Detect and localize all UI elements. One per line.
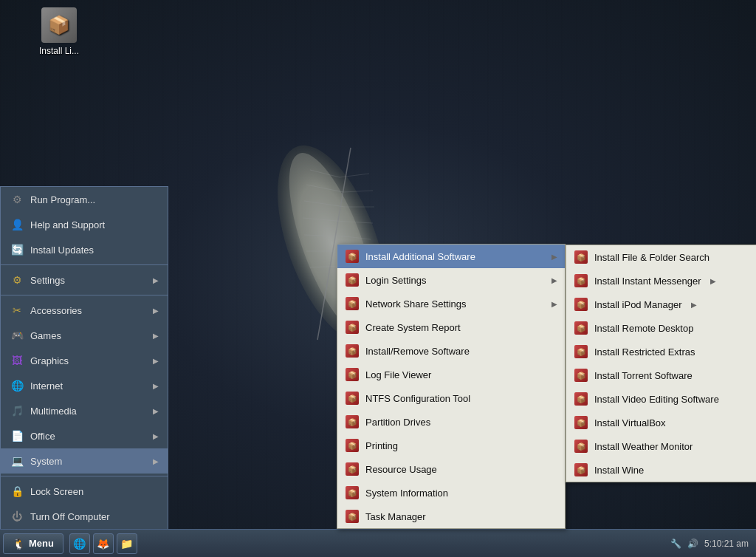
resource-icon: 📦: [345, 462, 360, 476]
power-icon: ⏻: [10, 509, 24, 524]
system-submenu: 📦 Install Additional Software ▶ 📦 Instal…: [337, 244, 566, 529]
multimedia-arrow: ▶: [153, 407, 159, 415]
submenu-log-viewer-label: Log File Viewer: [365, 369, 557, 380]
menu-item-multimedia[interactable]: 🎵 Multimedia ▶: [1, 398, 168, 423]
ntfs-icon: 📦: [345, 391, 360, 406]
games-arrow: ▶: [153, 332, 159, 340]
submenu-network-share[interactable]: 📦 Network Share Settings ▶: [337, 292, 565, 315]
network-share-icon: 📦: [345, 296, 360, 311]
start-menu: ⚙ Run Program... 👤 Help and Support 🔄 In…: [0, 186, 168, 529]
menu-item-run-label: Run Program...: [30, 194, 159, 205]
printing-icon: 📦: [345, 438, 360, 453]
submenu2-wine-label: Install Wine: [594, 465, 644, 476]
submenu2-weather-monitor-label: Install Weather Monitor: [594, 441, 693, 452]
wine-icon: 📦: [574, 462, 588, 477]
multimedia-icon: 🎵: [10, 403, 24, 418]
menu-item-games-label: Games: [30, 330, 147, 341]
submenu2-virtualbox[interactable]: 📦 Install VirtualBox: [566, 411, 756, 434]
submenu2-file-search[interactable]: 📦 Install File & Folder Search: [566, 245, 756, 269]
graphics-icon: 🖼: [10, 353, 24, 368]
install-remove-icon: 📦: [345, 344, 360, 358]
submenu-taskmanager[interactable]: 📦 Task Manager: [337, 505, 565, 528]
accessories-icon: ✂: [10, 303, 24, 318]
submenu2-video-editing-label: Install Video Editing Software: [594, 394, 719, 405]
submenu2-remote-desktop-label: Install Remote Desktop: [594, 323, 693, 334]
menu-item-games[interactable]: 🎮 Games ▶: [1, 323, 168, 348]
submenu-partition[interactable]: 📦 Partition Drives: [337, 410, 565, 434]
menu-item-updates[interactable]: 🔄 Install Updates: [1, 237, 168, 262]
start-button-label: Menu: [29, 538, 54, 549]
menu-item-internet-label: Internet: [30, 380, 147, 392]
sysinfo-icon: 📦: [345, 485, 360, 500]
accessories-arrow: ▶: [153, 307, 159, 315]
desktop: 📦 Install Li... ⚙ Run Program... 👤 Help …: [0, 0, 756, 557]
taskbar-icon-files[interactable]: 📁: [117, 533, 137, 554]
submenu2-torrent[interactable]: 📦 Install Torrent Software: [566, 363, 756, 387]
submenu-login-settings[interactable]: 📦 Login Settings ▶: [337, 268, 565, 292]
menu-item-system[interactable]: 💻 System ▶: [1, 448, 168, 474]
create-report-icon: 📦: [345, 320, 360, 335]
install-additional-arrow: ▶: [551, 253, 557, 261]
help-icon: 👤: [10, 217, 24, 232]
submenu2-file-search-label: Install File & Folder Search: [594, 252, 709, 263]
taskbar-right: 🔧 🔊 5:10:21 am: [670, 539, 756, 549]
desktop-icon-label: Install Li...: [39, 46, 79, 56]
install-additional-icon: 📦: [345, 249, 360, 264]
menu-item-office[interactable]: 📄 Office ▶: [1, 423, 168, 448]
menu-item-internet[interactable]: 🌐 Internet ▶: [1, 373, 168, 398]
submenu-printing-label: Printing: [365, 440, 557, 451]
submenu-install-remove[interactable]: 📦 Install/Remove Software: [337, 339, 565, 363]
system-icon: 💻: [10, 454, 24, 468]
submenu-sysinfo[interactable]: 📦 System Information: [337, 481, 565, 505]
submenu-network-share-label: Network Share Settings: [365, 298, 546, 310]
submenu-log-viewer[interactable]: 📦 Log File Viewer: [337, 363, 565, 386]
submenu-create-report[interactable]: 📦 Create System Report: [337, 315, 565, 339]
restricted-extras-icon: 📦: [574, 344, 588, 359]
taskbar-icon-browser[interactable]: 🦊: [93, 533, 114, 554]
submenu-ntfs[interactable]: 📦 NTFS Configuration Tool: [337, 386, 565, 410]
weather-monitor-icon: 📦: [574, 439, 588, 454]
instant-messenger-icon: 📦: [574, 273, 588, 288]
menu-item-run[interactable]: ⚙ Run Program...: [1, 187, 168, 212]
menu-item-settings[interactable]: ⚙ Settings ▶: [1, 267, 168, 293]
submenu-resource[interactable]: 📦 Resource Usage: [337, 457, 565, 481]
virtualbox-icon: 📦: [574, 415, 588, 430]
network-share-arrow: ▶: [551, 300, 557, 308]
menu-item-turnoff-label: Turn Off Computer: [30, 511, 159, 522]
games-icon: 🎮: [10, 328, 24, 343]
menu-item-system-label: System: [30, 456, 147, 467]
submenu2-wine[interactable]: 📦 Install Wine: [566, 458, 756, 482]
menu-item-multimedia-label: Multimedia: [30, 406, 147, 417]
submenu2-instant-messenger[interactable]: 📦 Install Instant Messenger ▶: [566, 269, 756, 293]
taskmanager-icon: 📦: [345, 509, 360, 524]
submenu2-remote-desktop[interactable]: 📦 Install Remote Desktop: [566, 316, 756, 340]
menu-item-lock-label: Lock Screen: [30, 486, 159, 497]
start-menu-button[interactable]: 🐧 Menu: [3, 533, 63, 554]
submenu-printing[interactable]: 📦 Printing: [337, 434, 565, 457]
submenu2-torrent-label: Install Torrent Software: [594, 370, 693, 381]
menu-item-help[interactable]: 👤 Help and Support: [1, 212, 168, 237]
menu-item-graphics[interactable]: 🖼 Graphics ▶: [1, 348, 168, 373]
taskbar-network-icon[interactable]: 🔧: [670, 539, 681, 549]
menu-item-turnoff[interactable]: ⏻ Turn Off Computer: [1, 504, 168, 529]
taskbar-volume-icon[interactable]: 🔊: [687, 539, 698, 549]
submenu2-restricted-extras[interactable]: 📦 Install Restricted Extras: [566, 340, 756, 363]
submenu-ntfs-label: NTFS Configuration Tool: [365, 393, 557, 404]
office-icon: 📄: [10, 428, 24, 443]
separator-1: [1, 264, 168, 265]
desktop-icon-install[interactable]: 📦 Install Li...: [30, 7, 89, 56]
torrent-icon: 📦: [574, 368, 588, 383]
submenu-partition-label: Partition Drives: [365, 417, 557, 428]
lock-icon: 🔒: [10, 484, 24, 499]
desktop-icon-image: 📦: [41, 7, 77, 43]
taskbar-icon-web[interactable]: 🌐: [69, 533, 90, 554]
submenu-install-additional[interactable]: 📦 Install Additional Software ▶ 📦 Instal…: [337, 245, 565, 268]
menu-item-accessories-label: Accessories: [30, 305, 147, 316]
menu-item-lock[interactable]: 🔒 Lock Screen: [1, 479, 168, 504]
menu-item-accessories[interactable]: ✂ Accessories ▶: [1, 298, 168, 323]
submenu2-video-editing[interactable]: 📦 Install Video Editing Software: [566, 387, 756, 411]
submenu2-virtualbox-label: Install VirtualBox: [594, 417, 666, 428]
settings-icon: ⚙: [10, 273, 24, 287]
submenu2-weather-monitor[interactable]: 📦 Install Weather Monitor: [566, 434, 756, 458]
submenu2-ipod-manager[interactable]: 📦 Install iPod Manager ▶: [566, 293, 756, 316]
